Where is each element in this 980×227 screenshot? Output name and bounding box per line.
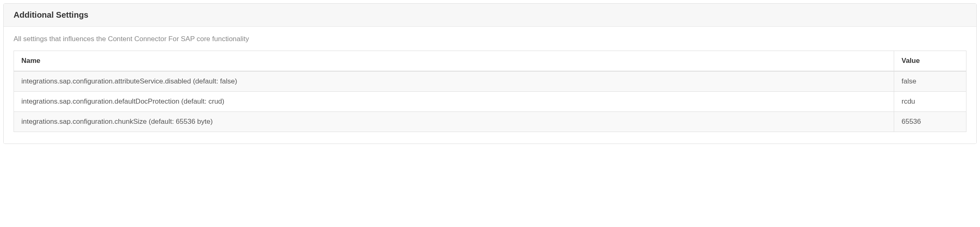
panel-description: All settings that influences the Content… xyxy=(14,35,966,43)
setting-value: false xyxy=(894,71,966,92)
panel-title: Additional Settings xyxy=(14,10,966,20)
table-row: integrations.sap.configuration.attribute… xyxy=(14,71,966,92)
table-row: integrations.sap.configuration.defaultDo… xyxy=(14,92,966,112)
setting-value: 65536 xyxy=(894,112,966,132)
table-header-row: Name Value xyxy=(14,51,966,72)
table-header-value: Value xyxy=(894,51,966,72)
panel-header: Additional Settings xyxy=(4,4,976,27)
setting-name: integrations.sap.configuration.attribute… xyxy=(14,71,894,92)
additional-settings-panel: Additional Settings All settings that in… xyxy=(3,3,977,144)
setting-name: integrations.sap.configuration.chunkSize… xyxy=(14,112,894,132)
panel-body: All settings that influences the Content… xyxy=(4,27,976,144)
setting-value: rcdu xyxy=(894,92,966,112)
setting-name: integrations.sap.configuration.defaultDo… xyxy=(14,92,894,112)
table-header-name: Name xyxy=(14,51,894,72)
table-row: integrations.sap.configuration.chunkSize… xyxy=(14,112,966,132)
settings-table: Name Value integrations.sap.configuratio… xyxy=(14,51,966,132)
